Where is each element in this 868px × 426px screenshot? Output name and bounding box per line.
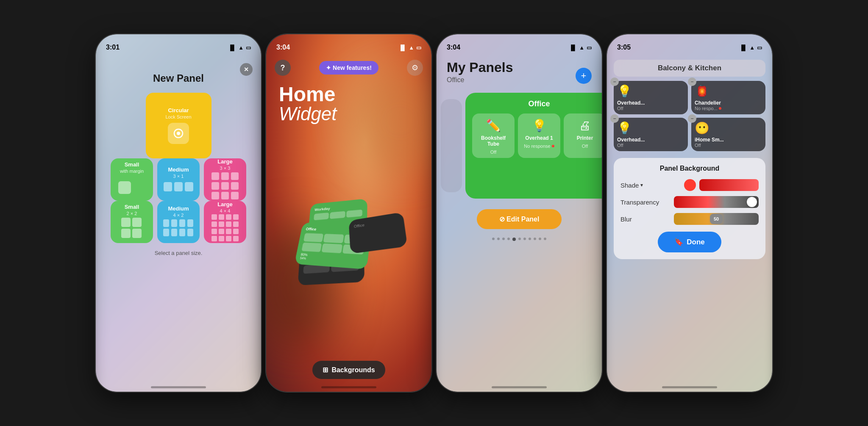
wifi-icon-4: ▲ (749, 44, 755, 51)
svg-rect-25 (179, 229, 185, 236)
widget-3d-display: Home At Office 1 Workday (266, 123, 431, 361)
large-1-label: Large (217, 158, 232, 165)
new-panel-title: New Panel (153, 72, 204, 84)
home-widget-title: Home Widget (266, 76, 431, 123)
tile-minus-4[interactable]: − (688, 114, 696, 123)
shade-selector[interactable] (684, 179, 759, 191)
backgrounds-icon: ⊞ (323, 366, 328, 374)
chandelier-error-dot (719, 107, 721, 110)
shade-chevron[interactable]: ▾ (640, 182, 643, 188)
svg-rect-17 (121, 229, 131, 238)
wifi-icon-3: ▲ (579, 44, 584, 51)
battery-icon-2: ▭ (416, 44, 421, 51)
screens-container: 3:01 ▐▌ ▲ ▭ ✕ New Panel Circular Lock Sc… (87, 26, 781, 400)
device-tile-chandelier[interactable]: − 🏮 Chandelier No respo... (691, 81, 765, 114)
add-panel-button[interactable]: + (576, 68, 592, 84)
done-button[interactable]: 🔖 Done (658, 232, 721, 252)
svg-rect-14 (231, 192, 239, 199)
dot-9 (534, 238, 536, 240)
device-btn-bookshelf[interactable]: ✏️ Bookshelf Tube Off (472, 113, 515, 158)
balcony-kitchen-label: Balcony & Kitchen (658, 64, 721, 72)
panel-active-title: Office (472, 100, 602, 108)
shade-color-bar[interactable] (699, 179, 759, 191)
svg-rect-38 (233, 229, 239, 234)
device-btn-printer[interactable]: 🖨 Printer Off (564, 113, 602, 158)
svg-rect-37 (226, 229, 231, 234)
svg-rect-11 (231, 182, 239, 190)
printer-status: Off (582, 144, 588, 149)
tile-name-ihome: iHome Sm... (695, 137, 762, 143)
panel-item-small-2[interactable]: Small 2 × 2 (111, 201, 153, 243)
panel-item-circular[interactable]: Circular Lock Screen (146, 93, 211, 158)
svg-rect-22 (187, 219, 193, 227)
status-bar-4: 3:05 ▐▌ ▲ ▭ (607, 34, 772, 55)
device-tile-overhead2[interactable]: − 💡 Overhead... Off (614, 118, 688, 151)
time-2: 3:04 (276, 44, 290, 51)
edit-panel-button[interactable]: ⊘ Edit Panel (477, 209, 562, 229)
my-panels-subtitle: Office (447, 76, 513, 84)
status-bar-3: 3:04 ▐▌ ▲ ▭ (437, 34, 602, 55)
blur-slider[interactable]: 50 (674, 213, 759, 225)
dot-2 (497, 238, 500, 240)
svg-rect-18 (132, 229, 142, 238)
signal-icon-4: ▐▌ (740, 44, 747, 51)
new-features-button[interactable]: ✦ New features! (319, 61, 378, 75)
transparency-thumb[interactable] (747, 197, 757, 207)
tile-name-overhead2: Overhead... (617, 137, 684, 143)
shade-row: Shade ▾ (620, 179, 759, 191)
home-indicator-3 (492, 386, 547, 388)
svg-rect-2 (118, 181, 131, 194)
svg-rect-9 (211, 182, 219, 190)
small-1-label: Small (125, 161, 139, 168)
blur-thumb[interactable]: 50 (710, 214, 723, 224)
home-indicator-4 (662, 386, 717, 388)
status-bar-2: 3:04 ▐▌ ▲ ▭ (266, 34, 431, 55)
panel-item-large-1[interactable]: Large 3 × 3 (204, 158, 246, 201)
svg-rect-30 (233, 214, 239, 220)
tile-minus-3[interactable]: − (610, 114, 619, 123)
panel-item-large-2[interactable]: Large 4 × 4 (204, 201, 246, 243)
large-2-label: Large (217, 201, 232, 207)
overhead-icon: 💡 (532, 119, 547, 133)
phone1: 3:01 ▐▌ ▲ ▭ ✕ New Panel Circular Lock Sc… (96, 34, 261, 392)
device-btn-overhead[interactable]: 💡 Overhead 1 No response (518, 113, 560, 158)
svg-rect-42 (233, 236, 239, 241)
tile-name-chandelier: Chandelier (695, 100, 762, 106)
circular-icon (168, 123, 189, 144)
tile-minus-2[interactable]: − (688, 77, 696, 86)
large-2-sublabel: 4 × 4 (220, 208, 231, 213)
svg-rect-21 (179, 219, 185, 227)
signal-icon-1: ▐▌ (228, 44, 236, 51)
tile-icon-ihome: 😶 (695, 121, 762, 135)
medium-2-sublabel: 4 × 2 (173, 213, 184, 218)
transparency-slider[interactable] (674, 196, 759, 208)
time-3: 3:04 (447, 44, 460, 51)
panel-item-medium-1[interactable]: Medium 3 × 1 (157, 158, 200, 201)
panel-item-medium-2[interactable]: Medium 4 × 2 (157, 201, 200, 243)
shade-label: Shade ▾ (620, 182, 643, 189)
device-tile-overhead1[interactable]: − 💡 Overhead... Off (614, 81, 688, 114)
settings-button[interactable]: ⚙ (407, 60, 423, 76)
shade-color-circle[interactable] (684, 179, 696, 191)
device-tile-ihome[interactable]: − 😶 iHome Sm... Off (691, 118, 765, 151)
help-button[interactable]: ? (275, 60, 291, 76)
status-icons-3: ▐▌ ▲ ▭ (569, 44, 592, 51)
new-panel-content: New Panel Circular Lock Screen (96, 60, 261, 392)
panel-item-small-1[interactable]: Small with margin (111, 158, 153, 201)
bookshelf-icon: ✏️ (486, 119, 501, 133)
svg-point-1 (177, 132, 180, 135)
close-button[interactable]: ✕ (240, 63, 253, 76)
backgrounds-label: Backgrounds (331, 366, 375, 374)
svg-rect-15 (121, 218, 131, 227)
printer-name: Printer (577, 135, 593, 141)
bookshelf-name: Bookshelf Tube (476, 135, 511, 147)
backgrounds-button[interactable]: ⊞ Backgrounds (312, 361, 385, 379)
panel-swipe-area[interactable]: Office ✓ ✏️ Bookshelf Tube Off 💡 Overhea… (437, 91, 602, 201)
dot-5-active (512, 238, 516, 241)
dot-7 (523, 238, 526, 240)
battery-icon-4: ▭ (757, 44, 762, 51)
tile-minus-1[interactable]: − (610, 77, 619, 86)
svg-rect-7 (221, 172, 229, 180)
svg-rect-5 (185, 182, 193, 191)
svg-rect-29 (226, 214, 231, 220)
